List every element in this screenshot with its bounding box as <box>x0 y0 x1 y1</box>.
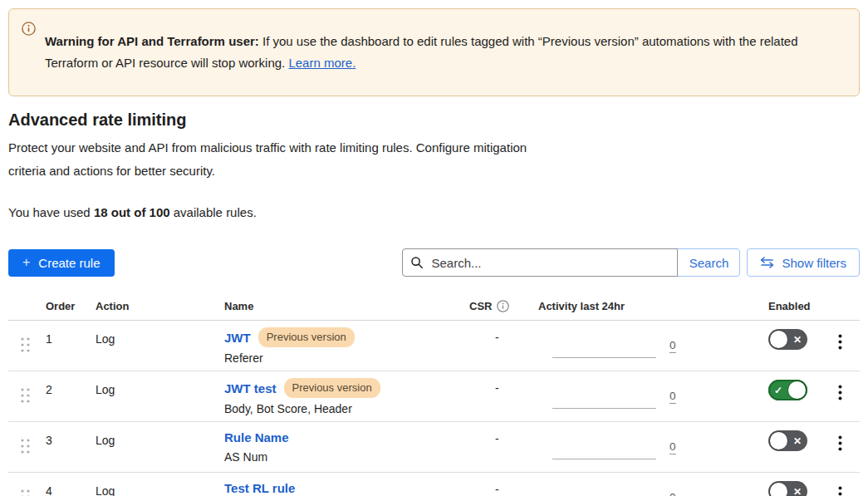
rule-name-link[interactable]: JWT <box>224 329 251 346</box>
previous-version-badge: Previous version <box>284 378 380 398</box>
header-order: Order <box>40 295 88 321</box>
activity-sparkline <box>552 484 656 496</box>
create-rule-button[interactable]: + Create rule <box>8 249 115 277</box>
header-name: Name <box>214 295 463 321</box>
enabled-toggle[interactable]: ✕ <box>768 430 807 451</box>
rule-order: 1 <box>46 332 52 346</box>
kebab-menu-button[interactable] <box>833 483 847 496</box>
header-csr: CSR <box>463 295 538 321</box>
kebab-dots-icon <box>838 334 842 350</box>
search-icon <box>410 256 424 269</box>
info-circle-icon <box>22 22 36 39</box>
header-handle <box>8 295 40 321</box>
search-input[interactable] <box>402 248 678 277</box>
previous-version-badge: Previous version <box>258 327 355 347</box>
toggle-knob <box>770 432 787 449</box>
table-header-row: Order Action Name CSR Activity last 24hr… <box>8 295 860 321</box>
usage-suffix: available rules. <box>174 205 257 219</box>
warning-title: Warning for API and Terraform user: <box>45 34 259 48</box>
activity-chart: 0 <box>552 332 754 358</box>
kebab-dots-icon <box>838 486 842 496</box>
search-group: Search Show filters <box>402 248 860 277</box>
activity-value[interactable]: 0 <box>669 340 676 353</box>
activity-chart: 0 <box>552 434 754 459</box>
toggle-knob <box>788 381 806 399</box>
toggle-knob <box>770 331 787 348</box>
enabled-toggle[interactable]: ✓ <box>768 380 807 400</box>
show-filters-label: Show filters <box>782 256 846 270</box>
header-menu <box>825 295 860 321</box>
table-row: 2 Log JWT test Previous version Body, Bo… <box>8 371 860 422</box>
toggle-check-icon: ✓ <box>774 386 782 395</box>
warning-text: Warning for API and Terraform user: If y… <box>45 31 844 74</box>
search-box <box>402 248 678 277</box>
swap-arrows-icon <box>760 257 774 268</box>
page-description: Protect your website and API from malici… <box>8 136 530 183</box>
page-title: Advanced rate limiting <box>8 110 860 130</box>
rule-criteria: AS Num <box>224 449 463 465</box>
rule-criteria: Referer <box>224 350 463 366</box>
rule-action: Log <box>96 383 115 396</box>
header-csr-label: CSR <box>469 300 492 312</box>
rule-order: 4 <box>46 484 52 496</box>
create-rule-label: Create rule <box>38 256 100 270</box>
toggle-x-icon: ✕ <box>793 436 802 446</box>
toggle-x-icon: ✕ <box>793 335 802 345</box>
rule-name-link[interactable]: JWT test <box>224 380 277 397</box>
drag-handle-icon[interactable] <box>20 336 31 356</box>
rule-name-line: JWT Previous version <box>224 327 463 347</box>
drag-handle-icon[interactable] <box>20 438 31 457</box>
usage-count: 18 out of 100 <box>94 205 170 219</box>
header-action: Action <box>88 295 214 321</box>
rule-action: Log <box>96 434 115 447</box>
activity-sparkline <box>552 383 656 409</box>
kebab-dots-icon <box>838 435 842 451</box>
header-enabled: Enabled <box>754 295 825 321</box>
activity-chart: 0 <box>552 484 754 496</box>
rule-name-line: Test RL rule <box>224 479 463 496</box>
rule-order: 2 <box>46 383 52 396</box>
rule-name-link[interactable]: Test RL rule <box>224 479 295 496</box>
rule-order: 3 <box>46 434 52 447</box>
drag-handle-icon[interactable] <box>20 489 31 496</box>
usage-line: You have used 18 out of 100 available ru… <box>8 205 860 219</box>
enabled-toggle[interactable]: ✕ <box>768 329 807 350</box>
rules-table: Order Action Name CSR Activity last 24hr… <box>8 295 860 496</box>
rule-csr-value: - <box>495 483 499 496</box>
enabled-toggle[interactable]: ✕ <box>768 481 807 496</box>
toggle-x-icon: ✕ <box>793 487 802 496</box>
learn-more-link[interactable]: Learn more. <box>288 56 356 70</box>
drag-handle-icon[interactable] <box>20 387 31 406</box>
rule-action: Log <box>96 484 115 496</box>
toggle-knob <box>770 483 787 496</box>
kebab-menu-button[interactable] <box>833 432 847 457</box>
table-row: 4 Log Test RL rule Bot Score - 0 ✕ <box>8 473 860 496</box>
advanced-rate-limiting-page: Warning for API and Terraform user: If y… <box>0 0 868 496</box>
kebab-dots-icon <box>838 385 842 400</box>
kebab-menu-button[interactable] <box>833 381 847 406</box>
rule-csr-value: - <box>495 331 499 344</box>
warning-banner: Warning for API and Terraform user: If y… <box>8 8 860 96</box>
table-row: 1 Log JWT Previous version Referer - 0 ✕ <box>8 321 860 371</box>
activity-value[interactable]: 0 <box>669 390 676 404</box>
activity-sparkline <box>552 434 656 459</box>
kebab-menu-button[interactable] <box>833 331 847 356</box>
csr-info-icon[interactable] <box>497 300 509 312</box>
rule-name-line: Rule Name <box>224 429 463 446</box>
plus-icon: + <box>22 255 30 270</box>
rule-action: Log <box>96 332 115 346</box>
search-button[interactable]: Search <box>677 248 740 277</box>
rule-name-line: JWT test Previous version <box>224 378 463 398</box>
activity-value[interactable]: 0 <box>669 492 676 496</box>
table-row: 3 Log Rule Name AS Num - 0 ✕ <box>8 422 860 473</box>
activity-value[interactable]: 0 <box>669 441 676 454</box>
rule-name-link[interactable]: Rule Name <box>224 429 289 446</box>
rule-csr-value: - <box>495 432 499 445</box>
activity-chart: 0 <box>552 383 754 409</box>
header-activity: Activity last 24hr <box>538 295 754 321</box>
rule-criteria: Body, Bot Score, Header <box>224 400 463 417</box>
usage-prefix: You have used <box>8 205 91 219</box>
show-filters-button[interactable]: Show filters <box>747 248 860 277</box>
toolbar: + Create rule Search Show filters <box>8 248 860 277</box>
rule-csr-value: - <box>495 381 499 395</box>
